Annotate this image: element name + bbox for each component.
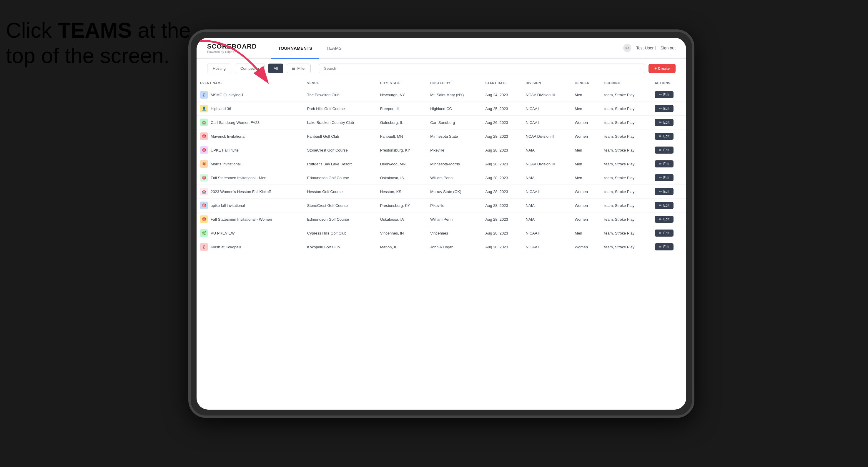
edit-button[interactable]: ✏ Edit: [655, 91, 674, 98]
cell-city-state: Prestonsburg, KY: [377, 143, 427, 157]
cell-event-name: 🦊 Morris Invitational: [196, 157, 304, 171]
cell-city-state: Hesston, KS: [377, 185, 427, 199]
edit-icon: ✏: [659, 120, 662, 124]
filter-icon: ☰: [292, 66, 296, 71]
edit-button[interactable]: ✏ Edit: [655, 119, 674, 126]
cell-hosted-by: Highland CC: [427, 102, 482, 116]
cell-venue: Kokopelli Golf Club: [304, 240, 377, 254]
all-filter-button[interactable]: All: [268, 64, 283, 73]
edit-icon: ✏: [659, 93, 662, 97]
cell-division: NAIA: [522, 143, 571, 157]
filter-button[interactable]: ☰ Filter: [287, 64, 311, 73]
toolbar: Hosting Competing All ☰ Filter + Create: [196, 59, 686, 78]
edit-button[interactable]: ✏ Edit: [655, 202, 674, 209]
cell-city-state: Galesburg, IL: [377, 116, 427, 129]
edit-icon: ✏: [659, 189, 662, 194]
col-scoring: SCORING: [601, 78, 651, 88]
tab-tournaments[interactable]: TOURNAMENTS: [271, 38, 319, 59]
table-row: 🏌 Klash at Kokopelli Kokopelli Golf Club…: [196, 240, 686, 254]
cell-venue: StoneCrest Golf Course: [304, 143, 377, 157]
edit-button[interactable]: ✏ Edit: [655, 174, 674, 181]
cell-city-state: Oskaloosa, IA: [377, 171, 427, 185]
edit-button[interactable]: ✏ Edit: [655, 229, 674, 237]
cell-start-date: Aug 28, 2023: [482, 129, 522, 143]
cell-gender: Women: [571, 240, 600, 254]
event-name-text: VU PREVIEW: [211, 231, 235, 236]
edit-button[interactable]: ✏ Edit: [655, 105, 674, 112]
cell-event-name: 🏫 2023 Women's Hesston Fall Kickoff: [196, 185, 304, 199]
tablet-frame: SCOREBOARD Powered by Clippit TOURNAMENT…: [188, 29, 694, 418]
hosting-filter-button[interactable]: Hosting: [207, 64, 231, 73]
cell-hosted-by: Mt. Saint Mary (NY): [427, 88, 482, 102]
cell-hosted-by: Murray State (OK): [427, 185, 482, 199]
tablet-screen: SCOREBOARD Powered by Clippit TOURNAMENT…: [196, 38, 686, 410]
logo-subtitle: Powered by Clippit: [207, 50, 257, 54]
col-actions: ACTIONS: [651, 78, 686, 88]
cell-city-state: Marion, IL: [377, 240, 427, 254]
col-city-state: CITY, STATE: [377, 78, 427, 88]
cell-hosted-by: William Penn: [427, 213, 482, 226]
user-text: Test User |: [636, 45, 656, 50]
cell-division: NCAA Division III: [522, 88, 571, 102]
team-icon: 🏌: [200, 91, 208, 99]
cell-city-state: Vincennes, IN: [377, 226, 427, 240]
cell-city-state: Oskaloosa, IA: [377, 213, 427, 226]
cell-actions: ✏ Edit: [651, 143, 686, 157]
cell-city-state: Newburgh, NY: [377, 88, 427, 102]
edit-button[interactable]: ✏ Edit: [655, 160, 674, 167]
cell-hosted-by: John A Logan: [427, 240, 482, 254]
cell-gender: Men: [571, 157, 600, 171]
cell-event-name: 🏌 MSMC Qualifying 1: [196, 88, 304, 102]
competing-filter-button[interactable]: Competing: [235, 64, 265, 73]
cell-venue: The Powelton Club: [304, 88, 377, 102]
cell-venue: Lake Bracken Country Club: [304, 116, 377, 129]
logo-area: SCOREBOARD Powered by Clippit: [207, 43, 257, 54]
edit-icon: ✏: [659, 245, 662, 249]
table-row: 🎯 Maverick Invitational Faribault Golf C…: [196, 129, 686, 143]
cell-scoring: team, Stroke Play: [601, 226, 651, 240]
cell-division: NAIA: [522, 199, 571, 213]
cell-scoring: team, Stroke Play: [601, 240, 651, 254]
edit-icon: ✏: [659, 148, 662, 152]
cell-start-date: Aug 28, 2023: [482, 171, 522, 185]
nav-tabs: TOURNAMENTS TEAMS: [271, 38, 623, 58]
cell-division: NCAA Division II: [522, 129, 571, 143]
table-row: 🎯 Fall Statesmen Invitational - Women Ed…: [196, 213, 686, 226]
edit-button[interactable]: ✏ Edit: [655, 133, 674, 140]
cell-actions: ✏ Edit: [651, 199, 686, 213]
col-start-date: START DATE: [482, 78, 522, 88]
edit-button[interactable]: ✏ Edit: [655, 216, 674, 223]
team-icon: 🎯: [200, 174, 208, 182]
cell-actions: ✏ Edit: [651, 88, 686, 102]
event-name-text: UPKE Fall Invite: [211, 148, 239, 152]
col-event-name: EVENT NAME: [196, 78, 304, 88]
cell-actions: ✏ Edit: [651, 240, 686, 254]
event-name-text: Morris Invitational: [211, 162, 241, 166]
cell-division: NAIA: [522, 213, 571, 226]
team-icon: 👤: [200, 105, 208, 113]
event-name-text: MSMC Qualifying 1: [211, 93, 244, 97]
sign-out-link[interactable]: Sign out: [660, 45, 676, 50]
edit-button[interactable]: ✏ Edit: [655, 243, 674, 250]
edit-icon: ✏: [659, 134, 662, 138]
cell-venue: Hesston Golf Course: [304, 185, 377, 199]
event-name-text: Maverick Invitational: [211, 134, 245, 138]
cell-start-date: Aug 28, 2023: [482, 157, 522, 171]
cell-gender: Men: [571, 171, 600, 185]
instruction-bold: TEAMS: [58, 19, 132, 42]
create-button[interactable]: + Create: [649, 64, 676, 73]
cell-city-state: Faribault, MN: [377, 129, 427, 143]
event-name-text: 2023 Women's Hesston Fall Kickoff: [211, 189, 271, 194]
settings-icon[interactable]: ⚙: [623, 44, 631, 52]
cell-start-date: Aug 28, 2023: [482, 143, 522, 157]
edit-button[interactable]: ✏ Edit: [655, 147, 674, 154]
cell-division: NICAA I: [522, 102, 571, 116]
edit-icon: ✏: [659, 162, 662, 166]
cell-division: NICAA I: [522, 116, 571, 129]
team-icon: 🎯: [200, 132, 208, 140]
tab-teams[interactable]: TEAMS: [319, 38, 349, 59]
search-input[interactable]: [319, 64, 645, 73]
cell-start-date: Aug 25, 2023: [482, 102, 522, 116]
edit-button[interactable]: ✏ Edit: [655, 188, 674, 195]
tournaments-table: EVENT NAME VENUE CITY, STATE HOSTED BY S…: [196, 78, 686, 254]
